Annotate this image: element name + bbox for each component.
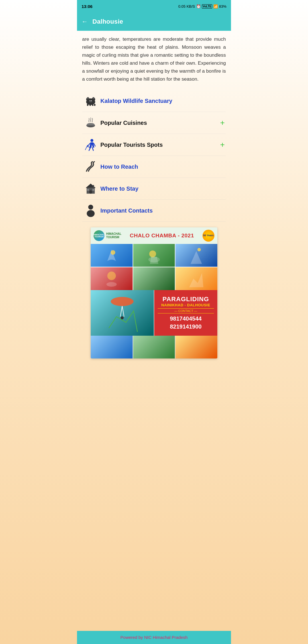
bottom-photo-2 (133, 336, 175, 358)
photo-cell-6 (175, 267, 217, 290)
anniversary-badge: 50 Years (202, 230, 214, 242)
description-paragraph: are usually clear, temperatures are mode… (82, 35, 226, 83)
himachal-text: HIMACHALTOURISM (106, 232, 121, 239)
back-button[interactable]: ← (82, 18, 88, 25)
banner-header: HIMACHAL TOURISM HIMACHALTOURISM CHALO C… (91, 227, 217, 244)
important-contacts-label: Important Contacts (100, 207, 153, 214)
footer: Powered by NIC Himachal Pradesh (77, 631, 231, 644)
svg-rect-24 (93, 185, 94, 188)
svg-point-29 (149, 250, 156, 257)
how-to-reach-label: How to Reach (100, 164, 138, 170)
svg-line-18 (92, 148, 93, 150)
cuisine-icon (83, 116, 98, 130)
where-to-stay-label: Where to Stay (100, 186, 138, 192)
svg-point-37 (121, 316, 124, 319)
svg-point-14 (90, 139, 93, 142)
svg-point-4 (87, 97, 89, 99)
kalatop-label: Kalatop Wildlife Sanctuary (100, 98, 172, 104)
tourist-icon (83, 138, 98, 152)
banner-photo-grid-top (91, 244, 217, 290)
svg-point-27 (111, 250, 115, 255)
volte-icon: VoLTE (202, 4, 212, 9)
svg-marker-19 (86, 184, 96, 188)
center-photo-left (91, 290, 154, 336)
himachal-logo: HIMACHAL TOURISM HIMACHALTOURISM (94, 230, 121, 241)
menu-item-how-to-reach[interactable]: How to Reach (82, 156, 226, 178)
cuisines-label: Popular Cuisines (100, 120, 147, 126)
alarm-icon: ⏰ (196, 4, 201, 9)
app-bar: ← Dalhousie (77, 13, 231, 31)
svg-line-16 (94, 143, 95, 146)
svg-rect-21 (89, 190, 92, 194)
menu-item-where-to-stay[interactable]: Where to Stay (82, 178, 226, 200)
status-time: 13:06 (82, 4, 92, 9)
menu-item-tourist-spots[interactable]: Popular Tourists Spots + (82, 134, 226, 156)
banner-inner: HIMACHAL TOURISM HIMACHALTOURISM CHALO C… (91, 227, 217, 358)
banner-title: CHALO CHAMBA - 2021 (130, 233, 194, 239)
logo-circle: HIMACHAL TOURISM (94, 230, 104, 241)
menu-item-kalatop[interactable]: Kalatop Wildlife Sanctuary (82, 90, 226, 112)
svg-rect-22 (87, 189, 89, 191)
logo-text: HIMACHAL TOURISM (94, 234, 104, 238)
data-speed: 0.05 KB/S (178, 4, 195, 9)
paragliding-info: PARAGLIDING NAINIKHAD - DALHOUSIE — CONT… (154, 290, 217, 336)
cuisines-expand-icon[interactable]: + (220, 118, 225, 127)
house-icon (83, 182, 98, 195)
main-content: are usually clear, temperatures are mode… (77, 31, 231, 376)
promo-banner: HIMACHAL TOURISM HIMACHALTOURISM CHALO C… (91, 227, 217, 358)
svg-point-31 (107, 272, 116, 280)
svg-rect-12 (94, 104, 95, 106)
menu-item-important-contacts[interactable]: Important Contacts (82, 200, 226, 222)
para-phone2: 8219141900 (158, 323, 214, 331)
svg-point-32 (106, 282, 117, 287)
photo-cell-5 (133, 267, 175, 290)
banner-photo-strip-bottom (91, 336, 217, 358)
photo-cell-4 (91, 267, 133, 290)
svg-rect-9 (87, 104, 88, 106)
status-right: 0.05 KB/S ⏰ VoLTE 📶 83% (178, 4, 226, 9)
para-phone1: 9817404544 (158, 315, 214, 323)
photo-cell-1 (91, 244, 133, 267)
para-contact-label: — CONTACT — (158, 308, 214, 313)
tourist-spots-label: Popular Tourists Spots (100, 142, 163, 148)
menu-item-cuisines[interactable]: Popular Cuisines + (82, 112, 226, 134)
person-icon (83, 204, 98, 217)
page-title: Dalhousie (92, 18, 123, 25)
svg-point-5 (92, 97, 94, 99)
battery-icon: 83% (219, 4, 226, 9)
badge-text: 50 Years (203, 234, 214, 237)
svg-point-7 (90, 100, 90, 101)
svg-point-8 (91, 100, 92, 101)
svg-point-34 (111, 297, 134, 306)
svg-point-30 (197, 248, 201, 251)
bottom-photo-1 (91, 336, 133, 358)
status-bar: 13:06 0.05 KB/S ⏰ VoLTE 📶 83% (77, 0, 231, 13)
photo-cell-3 (175, 244, 217, 267)
svg-rect-10 (90, 105, 91, 106)
para-location: NAINIKHAD - DALHOUSIE (158, 303, 214, 307)
bottom-photo-3 (175, 336, 217, 358)
svg-point-26 (87, 210, 95, 217)
svg-rect-11 (92, 105, 93, 106)
center-band: PARAGLIDING NAINIKHAD - DALHOUSIE — CONT… (91, 290, 217, 336)
wifi-icon: 📶 (213, 4, 218, 9)
para-title: PARAGLIDING (158, 295, 214, 303)
photo-cell-2 (133, 244, 175, 267)
tourist-spots-expand-icon[interactable]: + (220, 140, 225, 149)
road-icon (83, 160, 98, 174)
bear-icon (83, 94, 98, 108)
svg-rect-23 (92, 189, 94, 191)
footer-text: Powered by NIC Himachal Pradesh (120, 635, 188, 640)
svg-point-25 (88, 205, 93, 210)
